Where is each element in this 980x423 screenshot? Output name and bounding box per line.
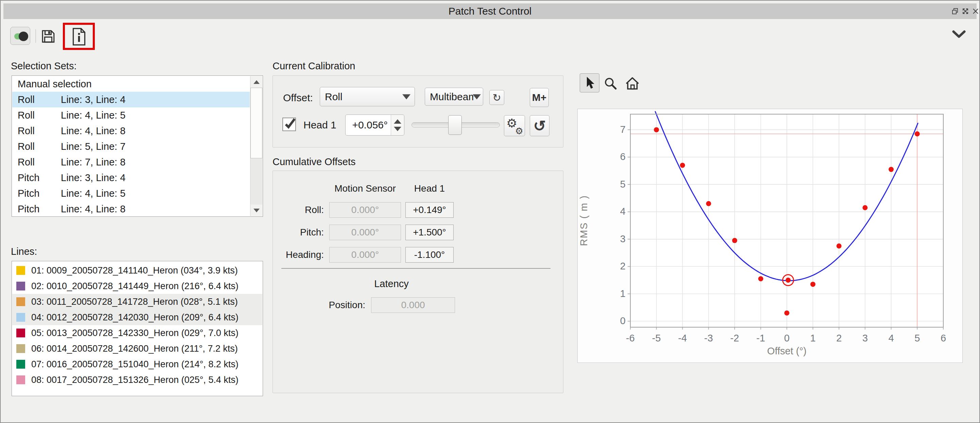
x-tick-label: 4	[880, 332, 903, 344]
chart-plot-area[interactable]	[630, 114, 943, 327]
sonar-type-value: Multibeam	[430, 91, 473, 103]
motion-sensor-column-header: Motion Sensor	[329, 183, 401, 194]
head1-label: Head 1	[304, 119, 336, 131]
slider-handle[interactable]	[448, 115, 462, 135]
x-tick-label: -4	[671, 332, 695, 344]
gears-icon-small: ⚙	[515, 126, 523, 137]
selection-set-type: Manual selection	[18, 76, 92, 92]
data-point	[915, 131, 920, 136]
selection-set-detail: Line: 4, Line: 8	[61, 201, 126, 216]
line-row[interactable]: 05: 0013_20050728_142330_Heron (029°, 7.…	[12, 325, 262, 341]
head1-offset-slider[interactable]	[412, 115, 500, 135]
head1-checkbox[interactable]	[282, 118, 296, 131]
selection-set-row[interactable]: RollLine: 3, Line: 4	[12, 92, 250, 107]
sonar-type-dropdown[interactable]: Multibeam	[425, 87, 483, 106]
line-row[interactable]: 01: 0009_20050728_141140_Heron (034°, 3.…	[12, 262, 262, 278]
patch-test-control-window: Patch Test Control	[0, 0, 980, 423]
head1-column-header: Head 1	[406, 183, 453, 194]
toolbar-separator	[35, 29, 36, 43]
collapse-panel-button[interactable]	[951, 29, 966, 40]
head1-offset-spinbox[interactable]: +0.056°	[345, 114, 404, 135]
selection-sets-list[interactable]: Manual selectionRollLine: 3, Line: 4Roll…	[11, 75, 263, 217]
data-point	[680, 163, 685, 168]
refresh-button[interactable]: ↻	[489, 90, 504, 105]
y-tick-label: 5	[605, 179, 625, 190]
selection-set-row[interactable]: Manual selection	[12, 76, 250, 92]
motion-sensor-field: 0.000°	[329, 224, 401, 240]
magnifier-icon	[604, 77, 617, 91]
offset-row-label: Heading:	[273, 247, 324, 262]
selection-set-row[interactable]: PitchLine: 4, Line: 5	[12, 186, 250, 201]
chart-zoom-tool-button[interactable]	[601, 74, 620, 93]
selection-set-type: Roll	[18, 123, 35, 138]
selection-set-detail: Line: 4, Line: 8	[61, 123, 126, 138]
processing-report-button[interactable]	[70, 27, 88, 47]
chart-pointer-tool-button[interactable]	[580, 73, 600, 92]
selection-set-row[interactable]: RollLine: 5, Line: 7	[12, 138, 250, 154]
selection-set-row[interactable]: RollLine: 4, Line: 8	[12, 123, 250, 138]
spin-up-icon[interactable]	[394, 119, 401, 124]
y-tick-label: 6	[605, 151, 625, 162]
toggle-active-button[interactable]	[10, 27, 30, 45]
data-point	[889, 167, 894, 172]
head1-offset-field: -1.100°	[406, 247, 453, 262]
dropdown-arrow-icon	[402, 94, 410, 99]
spinner-buttons	[391, 115, 404, 135]
motion-sensor-field: 0.000°	[329, 202, 401, 218]
line-text: 08: 0017_20050728_151326_Heron (025°, 5.…	[31, 372, 239, 388]
offset-type-dropdown[interactable]: Roll	[320, 87, 415, 107]
info-document-icon	[71, 27, 87, 46]
lines-list[interactable]: 01: 0009_20050728_141140_Heron (034°, 3.…	[11, 261, 263, 396]
line-text: 01: 0009_20050728_141140_Heron (034°, 3.…	[31, 262, 238, 278]
selection-set-type: Roll	[18, 92, 35, 107]
selection-set-row[interactable]: RollLine: 7, Line: 8	[12, 154, 250, 170]
home-icon	[625, 77, 640, 91]
line-row[interactable]: 04: 0012_20050728_142030_Heron (209°, 6.…	[12, 310, 262, 325]
lines-label: Lines:	[11, 246, 37, 257]
memory-add-label: M+	[532, 92, 547, 103]
line-color-swatch	[16, 266, 25, 275]
scrollbar-up-button[interactable]	[250, 76, 262, 87]
line-row[interactable]: 06: 0014_20050728_142600_Heron (211°, 7.…	[12, 341, 262, 356]
y-axis-label: RMS ( m )	[578, 186, 590, 254]
data-point	[784, 310, 789, 316]
selection-set-type: Pitch	[18, 170, 40, 186]
data-point	[758, 276, 763, 281]
selection-set-detail: Line: 5, Line: 7	[61, 138, 126, 154]
float-window-icon[interactable]	[951, 8, 959, 15]
head1-offset-value[interactable]: +0.056°	[345, 115, 390, 135]
reset-button[interactable]: ↺	[530, 115, 549, 136]
line-color-swatch	[16, 360, 25, 369]
selection-set-row[interactable]: PitchLine: 3, Line: 4	[12, 170, 250, 186]
spin-down-icon[interactable]	[394, 127, 401, 131]
line-row[interactable]: 07: 0016_20050728_151040_Heron (214°, 8.…	[12, 356, 262, 372]
current-calibration-group: Offset: Roll Multibeam ↻ M+ Head 1 +0.05…	[272, 75, 563, 148]
save-button[interactable]	[41, 29, 56, 43]
scrollbar-down-button[interactable]	[250, 205, 262, 216]
window-title: Patch Test Control	[3, 5, 977, 17]
selection-set-detail: Line: 4, Line: 5	[61, 186, 126, 201]
save-icon	[41, 29, 56, 43]
offset-type-value: Roll	[325, 91, 342, 103]
chart-home-button[interactable]	[622, 74, 642, 93]
line-row[interactable]: 03: 0011_20050728_141728_Heron (028°, 5.…	[12, 294, 262, 310]
selection-set-row[interactable]: RollLine: 4, Line: 5	[12, 107, 250, 123]
memory-add-button[interactable]: M+	[530, 88, 549, 107]
selection-set-row[interactable]: PitchLine: 4, Line: 8	[12, 201, 250, 216]
line-row[interactable]: 08: 0017_20050728_151326_Heron (025°, 5.…	[12, 372, 262, 388]
x-tick-label: -3	[697, 332, 721, 344]
settings-button[interactable]: ⚙ ⚙	[504, 115, 525, 136]
data-point	[862, 205, 867, 210]
line-row[interactable]: 02: 0010_20050728_141449_Heron (216°, 6.…	[12, 278, 262, 294]
data-point	[654, 127, 659, 132]
y-tick-label: 0	[605, 315, 625, 326]
rms-offset-chart[interactable]: 01234567-6-5-4-3-2-10123456 RMS ( m ) Of…	[578, 109, 963, 363]
latency-divider	[282, 268, 550, 269]
maximize-window-icon[interactable]	[962, 8, 969, 15]
head1-offset-field: +1.500°	[406, 224, 453, 240]
dropdown-arrow-icon	[473, 94, 481, 99]
scrollbar-thumb[interactable]	[250, 87, 262, 158]
selection-sets-scrollbar[interactable]	[250, 76, 262, 216]
chevron-down-icon	[952, 30, 966, 38]
close-window-icon[interactable]	[972, 8, 979, 15]
